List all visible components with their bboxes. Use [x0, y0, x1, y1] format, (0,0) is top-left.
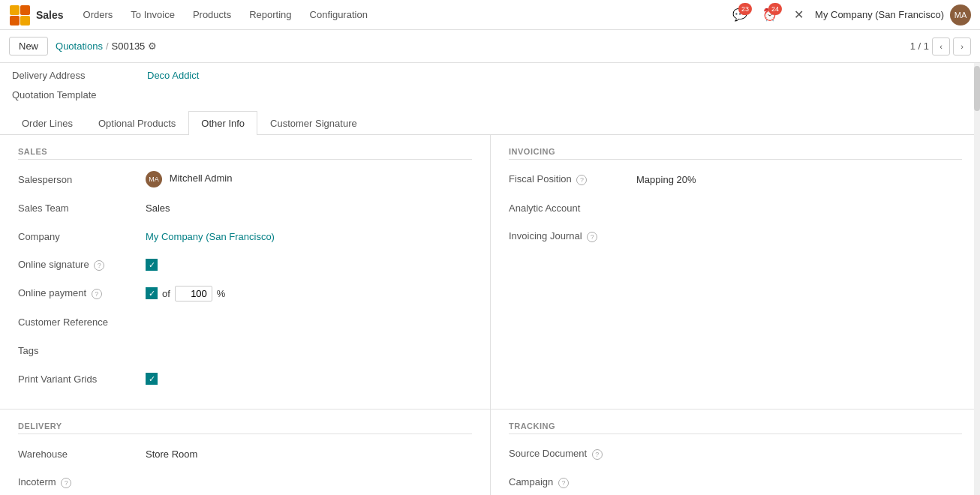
campaign-row: Campaign ?	[509, 472, 962, 493]
svg-rect-0	[10, 5, 20, 15]
nav-configuration[interactable]: Configuration	[302, 6, 375, 23]
nav-to-invoice[interactable]: To Invoice	[123, 6, 182, 23]
online-payment-value-wrapper: of %	[146, 286, 472, 302]
invoicing-journal-row: Invoicing Journal ?	[509, 226, 962, 247]
online-payment-help-icon[interactable]: ?	[92, 289, 102, 299]
tracking-section: TRACKING Source Document ? Campaign ?	[490, 410, 980, 495]
sales-section-title: SALES	[18, 147, 472, 160]
breadcrumb-parent[interactable]: Quotations	[56, 40, 103, 52]
scrollbar[interactable]	[974, 63, 980, 495]
quotation-template-label: Quotation Template	[12, 89, 147, 100]
print-variant-grids-row: Print Variant Grids	[18, 368, 472, 389]
settings-icon[interactable]: ✕	[788, 4, 809, 26]
online-payment-row: Online payment ? of %	[18, 283, 472, 304]
warehouse-label: Warehouse	[18, 448, 146, 460]
source-document-row: Source Document ?	[509, 443, 962, 464]
pagination: 1 / 1 ‹ ›	[910, 38, 971, 56]
tab-order-lines[interactable]: Order Lines	[9, 111, 86, 135]
customer-reference-row: Customer Reference	[18, 311, 472, 332]
svg-rect-3	[20, 16, 30, 26]
delivery-tracking-section: DELIVERY Warehouse Store Room Incoterm ?…	[0, 409, 980, 495]
activities-badge: 24	[768, 3, 782, 15]
scrollbar-thumb[interactable]	[974, 66, 980, 111]
incoterm-row: Incoterm ?	[18, 472, 472, 493]
tracking-section-title: TRACKING	[509, 422, 962, 434]
user-avatar[interactable]: MA	[950, 4, 971, 26]
source-document-label: Source Document ?	[509, 448, 636, 460]
main-content: Delivery Address Deco Addict Quotation T…	[0, 63, 980, 495]
salesperson-avatar: MA	[146, 171, 162, 188]
print-variant-grids-checkbox-wrapper	[146, 373, 472, 386]
fiscal-position-help-icon[interactable]: ?	[576, 175, 587, 185]
breadcrumb-separator: /	[106, 40, 109, 52]
activities-button[interactable]: ⏰ 24	[758, 3, 782, 27]
online-payment-group: of %	[146, 286, 472, 302]
delivery-section-title: DELIVERY	[18, 422, 472, 434]
online-signature-help-icon[interactable]: ?	[94, 260, 104, 271]
new-button[interactable]: New	[9, 37, 48, 56]
salesperson-label: Salesperson	[18, 174, 146, 185]
breadcrumb: Quotations / S00135 ⚙	[56, 40, 157, 52]
sales-invoicing-section: SALES Salesperson MA Mitchell Admin Sale…	[0, 135, 980, 409]
sales-team-value[interactable]: Sales	[146, 202, 472, 214]
tab-other-info[interactable]: Other Info	[188, 111, 257, 135]
tab-optional-products[interactable]: Optional Products	[86, 111, 188, 135]
salesperson-row: Salesperson MA Mitchell Admin	[18, 169, 472, 190]
invoicing-section-title: INVOICING	[509, 147, 962, 160]
tab-customer-signature[interactable]: Customer Signature	[257, 111, 370, 135]
nav-products[interactable]: Products	[185, 6, 239, 23]
online-payment-checkbox[interactable]	[146, 287, 158, 299]
warehouse-row: Warehouse Store Room	[18, 443, 472, 464]
sales-section: SALES Salesperson MA Mitchell Admin Sale…	[0, 135, 490, 409]
messages-button[interactable]: 💬 23	[728, 3, 752, 27]
svg-rect-1	[20, 5, 30, 15]
next-record-button[interactable]: ›	[953, 38, 971, 56]
fiscal-position-label: Fiscal Position ?	[509, 173, 636, 185]
source-document-help-icon[interactable]: ?	[592, 449, 603, 460]
company-label[interactable]: My Company (San Francisco)	[815, 9, 944, 20]
app-brand[interactable]: Sales	[36, 9, 64, 21]
pagination-text: 1 / 1	[910, 40, 929, 52]
online-signature-label: Online signature ?	[18, 259, 146, 271]
online-payment-input[interactable]	[175, 286, 212, 302]
invoicing-section: INVOICING Fiscal Position ? Mapping 20% …	[490, 135, 980, 409]
delivery-address-value[interactable]: Deco Addict	[147, 70, 199, 81]
quotation-template-row: Quotation Template	[0, 84, 980, 105]
online-signature-row: Online signature ?	[18, 254, 472, 275]
tags-row: Tags	[18, 340, 472, 361]
tags-label: Tags	[18, 345, 146, 356]
company-value[interactable]: My Company (San Francisco)	[146, 231, 472, 242]
record-settings-icon[interactable]: ⚙	[148, 40, 157, 52]
online-signature-checkbox[interactable]	[146, 259, 158, 271]
navbar-right: 💬 23 ⏰ 24 ✕ My Company (San Francisco) M…	[728, 3, 971, 27]
sales-team-row: Sales Team Sales	[18, 197, 472, 218]
incoterm-help-icon[interactable]: ?	[61, 478, 71, 488]
navbar: Sales Orders To Invoice Products Reporti…	[0, 0, 980, 30]
breadcrumb-current: S00135 ⚙	[112, 40, 158, 52]
invoicing-journal-help-icon[interactable]: ?	[587, 232, 597, 242]
company-row: Company My Company (San Francisco)	[18, 226, 472, 247]
campaign-help-icon[interactable]: ?	[558, 478, 569, 488]
fiscal-position-row: Fiscal Position ? Mapping 20%	[509, 169, 962, 190]
print-variant-grids-label: Print Variant Grids	[18, 374, 146, 385]
delivery-address-label: Delivery Address	[12, 70, 147, 81]
tabs: Order Lines Optional Products Other Info…	[0, 111, 980, 135]
salesperson-value[interactable]: MA Mitchell Admin	[146, 171, 472, 188]
prev-record-button[interactable]: ‹	[932, 38, 950, 56]
nav-orders[interactable]: Orders	[76, 6, 121, 23]
delivery-address-row: Delivery Address Deco Addict	[0, 63, 980, 84]
nav-reporting[interactable]: Reporting	[242, 6, 299, 23]
fiscal-position-value[interactable]: Mapping 20%	[636, 174, 962, 185]
campaign-label: Campaign ?	[509, 476, 636, 488]
print-variant-grids-checkbox[interactable]	[146, 373, 158, 385]
incoterm-label: Incoterm ?	[18, 476, 146, 488]
online-payment-label: Online payment ?	[18, 287, 146, 299]
warehouse-value[interactable]: Store Room	[146, 448, 472, 460]
app-logo[interactable]	[9, 4, 30, 26]
customer-reference-label: Customer Reference	[18, 316, 146, 328]
sales-team-label: Sales Team	[18, 202, 146, 214]
invoicing-journal-label: Invoicing Journal ?	[509, 230, 636, 242]
delivery-section: DELIVERY Warehouse Store Room Incoterm ?	[0, 410, 490, 495]
company-label: Company	[18, 231, 146, 242]
messages-badge: 23	[738, 3, 752, 15]
